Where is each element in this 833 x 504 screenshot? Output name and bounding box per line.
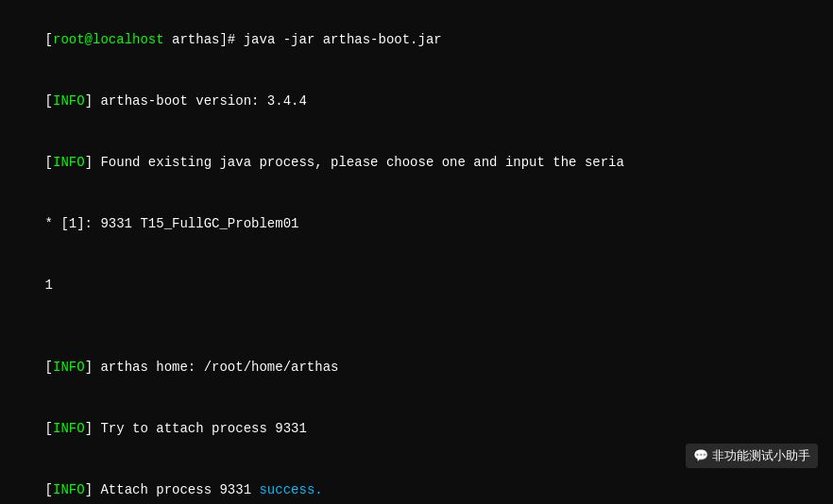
blank-line — [13, 316, 820, 337]
info-line-2: [INFO] Found existing java process, plea… — [13, 132, 820, 193]
bracket-open: [ — [45, 32, 53, 47]
watermark-text: 非功能测试小助手 — [712, 448, 810, 462]
watermark: 💬非功能测试小助手 — [686, 444, 818, 468]
path: arthas — [164, 32, 220, 47]
watermark-icon: 💬 — [693, 448, 708, 462]
input-line: 1 — [13, 255, 820, 316]
command-text-display: java -jar arthas-boot.jar — [244, 32, 442, 47]
bracket-close: ]# — [219, 32, 243, 47]
info-line-3: [INFO] arthas home: /root/home/arthas — [13, 337, 820, 398]
terminal-window: [root@localhost arthas]# [root@localhost… — [0, 0, 833, 504]
info-line-1: [INFO] arthas-boot version: 3.4.4 — [13, 71, 820, 132]
user-label: root@localhost — [53, 32, 164, 47]
process-line: * [1]: 9331 T15_FullGC_Problem01 — [13, 193, 820, 255]
success-text: success. — [259, 482, 322, 497]
command-line: [root@localhost arthas]# [root@localhost… — [13, 9, 820, 71]
